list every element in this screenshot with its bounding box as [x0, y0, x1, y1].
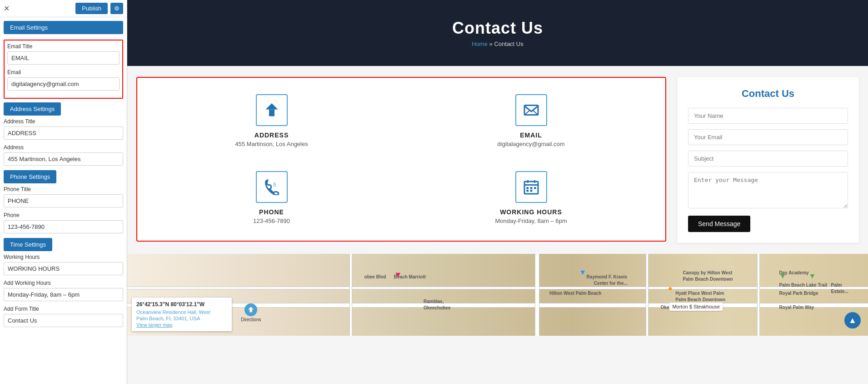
working-hours-card-value: Monday-Friday, 8am – 6pm [495, 217, 567, 224]
contact-cards-wrapper: ADDRESS 455 Martinson, Los Angeles EMAIL [136, 77, 666, 243]
phone-icon: )) [264, 179, 280, 195]
email-title-group: Email Title [7, 43, 120, 65]
address-title-label: Address Title [4, 118, 123, 125]
email-group: Email [7, 69, 120, 91]
address-card-value: 455 Martinson, Los Angeles [235, 141, 308, 147]
svg-marker-0 [265, 103, 278, 110]
send-message-button[interactable]: Send Message [688, 216, 750, 232]
working-hours-group: Working Hours [4, 254, 123, 275]
breadcrumb-home[interactable]: Home [472, 40, 488, 47]
address-input[interactable] [4, 152, 123, 166]
hero-banner: Contact Us Home » Contact Us [127, 0, 868, 66]
main-body: ADDRESS 455 Martinson, Los Angeles EMAIL [127, 66, 868, 254]
phone-input[interactable] [4, 220, 123, 233]
svg-rect-12 [530, 190, 532, 192]
map-section: obee Blvd Ramblas, Okeechobee Hilton Wes… [127, 254, 868, 336]
blue-marker: ▼ [579, 268, 586, 277]
phone-title-group: Phone Title [4, 186, 123, 207]
address-title-input[interactable] [4, 126, 123, 140]
phone-card-title: PHONE [259, 208, 284, 216]
email-card-value: digitalagency@gmail.com [497, 141, 564, 147]
email-label: Email [7, 69, 120, 76]
panel-border-section: Email Title Email [4, 40, 123, 99]
add-working-hours-input[interactable] [4, 288, 123, 301]
email-input[interactable] [7, 77, 120, 91]
map-address-line1: Oceanview Residence Hall, West [136, 309, 227, 315]
top-actions: Publish ⚙ [75, 3, 123, 14]
phone-title-label: Phone Title [4, 186, 123, 192]
svg-text:)): )) [273, 182, 276, 187]
phone-title-input[interactable] [4, 194, 123, 207]
add-form-title-label: Add Form Title [4, 306, 123, 312]
pink-marker: ▼ [394, 270, 402, 280]
address-title-group: Address Title [4, 118, 123, 140]
scroll-top-button[interactable]: ▲ [844, 312, 861, 328]
time-settings-button[interactable]: Time Settings [4, 238, 52, 251]
calendar-icon-box [515, 171, 547, 203]
address-card: ADDRESS 455 Martinson, Los Angeles [146, 87, 397, 155]
left-panel: ✕ Publish ⚙ Email Settings Email Title E… [0, 0, 127, 384]
working-hours-input[interactable] [4, 262, 123, 275]
form-email-input[interactable] [688, 129, 848, 145]
svg-rect-9 [530, 187, 532, 189]
address-group: Address [4, 144, 123, 166]
email-card: EMAIL digitalagency@gmail.com [406, 87, 656, 155]
view-larger-map-link[interactable]: View larger map [136, 322, 172, 328]
email-title-input[interactable] [7, 51, 120, 65]
gear-button[interactable]: ⚙ [110, 3, 123, 14]
phone-label: Phone [4, 212, 123, 218]
breadcrumb: Home » Contact Us [472, 40, 523, 47]
working-hours-label: Working Hours [4, 254, 123, 260]
working-hours-card-title: WORKING HOURS [500, 208, 562, 216]
add-working-hours-group: Add Working Hours [4, 280, 123, 301]
phone-card-value: 123-456-7890 [253, 217, 290, 224]
svg-rect-11 [526, 190, 529, 192]
location-icon [264, 102, 280, 118]
phone-card: )) PHONE 123-456-7890 [146, 164, 397, 232]
close-button[interactable]: ✕ [4, 4, 10, 13]
green-marker-society: ▼ [809, 272, 816, 280]
map-coords: 26°42'15.3"N 80°03'12.1"W [136, 301, 227, 308]
phone-group: Phone [4, 212, 123, 233]
breadcrumb-current: Contact Us [494, 40, 523, 47]
map-address-line2: Palm Beach, FL 33401, USA [136, 316, 227, 321]
breadcrumb-separator: » [489, 40, 493, 47]
calendar-icon [523, 179, 539, 195]
yellow-marker: ● [668, 284, 673, 293]
working-hours-card: WORKING HOURS Monday-Friday, 8am – 6pm [406, 164, 656, 232]
address-icon-box [256, 94, 288, 126]
add-form-title-group: Add Form Title [4, 306, 123, 327]
email-card-title: EMAIL [520, 131, 542, 139]
contact-form-panel: Contact Us Send Message [677, 77, 859, 243]
hero-title: Contact Us [452, 19, 543, 38]
contact-cards-border: ADDRESS 455 Martinson, Los Angeles EMAIL [136, 77, 666, 242]
form-title: Contact Us [688, 88, 848, 100]
directions-label: Directions [241, 317, 261, 322]
email-settings-button[interactable]: Email Settings [4, 21, 123, 34]
svg-rect-1 [269, 110, 274, 116]
directions-button[interactable]: Directions [241, 303, 261, 322]
form-message-input[interactable] [688, 172, 848, 208]
directions-icon [244, 303, 257, 316]
add-form-title-input[interactable] [4, 314, 123, 327]
right-content: Contact Us Home » Contact Us ADDRESS [127, 0, 868, 384]
email-icon [523, 102, 539, 118]
top-bar: ✕ Publish ⚙ [0, 0, 127, 17]
add-working-hours-label: Add Working Hours [4, 280, 123, 286]
green-marker-trail: ▼ [779, 272, 786, 280]
map-info-box: 26°42'15.3"N 80°03'12.1"W Oceanview Resi… [132, 298, 232, 331]
form-name-input[interactable] [688, 108, 848, 124]
phone-icon-box: )) [256, 171, 288, 203]
svg-rect-8 [526, 187, 529, 189]
address-label: Address [4, 144, 123, 151]
form-subject-input[interactable] [688, 151, 848, 167]
email-icon-box [515, 94, 547, 126]
phone-settings-button[interactable]: Phone Settings [4, 170, 56, 183]
address-settings-button[interactable]: Address Settings [4, 102, 61, 116]
panel-fields: Email Title Email Address Settings Addre… [0, 36, 127, 384]
publish-button[interactable]: Publish [75, 3, 108, 14]
morton-label: Morton $ Steakhouse [669, 303, 723, 311]
svg-rect-10 [534, 187, 536, 189]
svg-marker-13 [248, 307, 254, 312]
email-title-label: Email Title [7, 43, 120, 50]
